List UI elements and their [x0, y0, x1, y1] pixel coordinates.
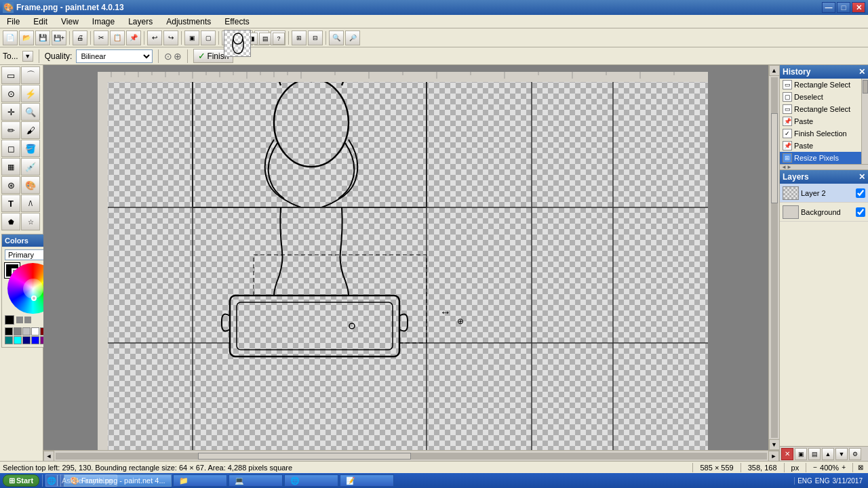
- zoom-in-small[interactable]: +: [842, 464, 846, 471]
- move-layer-down-button[interactable]: ▼: [835, 448, 848, 460]
- scroll-down-button[interactable]: ▼: [769, 439, 780, 450]
- layers-btn3[interactable]: ▤: [808, 448, 821, 460]
- line-tool[interactable]: /\: [21, 195, 40, 212]
- history-scroll-thumb[interactable]: [863, 80, 868, 94]
- layers-btn2[interactable]: ▣: [795, 448, 807, 460]
- clone-tool[interactable]: ⊛: [1, 176, 20, 194]
- taskbar-app5[interactable]: 📝: [340, 474, 394, 487]
- brush-tool[interactable]: 🖌: [21, 121, 40, 139]
- text-tool[interactable]: T: [1, 195, 20, 212]
- resize-button[interactable]: ⊞: [292, 30, 307, 45]
- zoom-out-small[interactable]: −: [813, 464, 817, 471]
- scroll-right-button[interactable]: ►: [768, 451, 779, 462]
- layer-item-background[interactable]: Background: [780, 203, 868, 222]
- flatten-button[interactable]: ⊟: [308, 30, 323, 45]
- color-picker-tool[interactable]: 💉: [21, 158, 40, 176]
- paste-button[interactable]: 📌: [126, 30, 141, 45]
- start-button[interactable]: ⊞ Start: [3, 474, 39, 487]
- palette-color[interactable]: [22, 336, 31, 344]
- canvas-svg[interactable]: ↔ ⊕: [98, 72, 708, 454]
- delete-layer-button[interactable]: ✕: [781, 448, 793, 460]
- recolor-tool[interactable]: 🎨: [21, 176, 40, 194]
- menu-edit[interactable]: Edit: [29, 16, 52, 28]
- shape-tool[interactable]: ⬟: [1, 213, 20, 230]
- v-scrollbar[interactable]: ▲ ▼: [768, 65, 779, 450]
- magic-wand-tool[interactable]: ⚡: [21, 85, 40, 102]
- history-item-paste2[interactable]: 📌 Paste: [780, 140, 861, 152]
- layer-item-layer2[interactable]: Layer 2: [780, 184, 868, 203]
- history-item-rect-select2[interactable]: ▭ Rectangle Select: [780, 103, 861, 115]
- menu-effects[interactable]: Effects: [220, 16, 253, 28]
- zoom-tool[interactable]: 🔍: [21, 103, 40, 121]
- palette-color[interactable]: [5, 336, 13, 344]
- menu-image[interactable]: Image: [88, 16, 119, 28]
- palette-color[interactable]: [31, 336, 39, 344]
- history-item-paste1[interactable]: 📌 Paste: [780, 115, 861, 127]
- print-button[interactable]: 🖨: [73, 30, 87, 45]
- quality-select[interactable]: Bilinear Nearest Neighbor Bicubic: [76, 49, 153, 63]
- layer-visibility-layer2[interactable]: [856, 188, 865, 198]
- cut-button[interactable]: ✂: [94, 30, 108, 45]
- lasso-tool[interactable]: ⌒: [21, 66, 40, 84]
- zoom-fit-button[interactable]: ⊠: [856, 464, 865, 471]
- zoom-out-button[interactable]: 🔎: [345, 30, 360, 45]
- h-scrollbar[interactable]: ◄ ►: [43, 450, 779, 461]
- open-button[interactable]: 📂: [19, 30, 34, 45]
- layer-properties-button[interactable]: ⚙: [849, 448, 861, 460]
- palette-color[interactable]: [14, 327, 22, 336]
- layers-close-button[interactable]: ✕: [859, 172, 865, 182]
- undo-button[interactable]: ↩: [147, 30, 162, 45]
- menu-file[interactable]: File: [3, 16, 24, 28]
- save-all-button[interactable]: 💾+: [52, 30, 66, 45]
- redo-button[interactable]: ↪: [163, 30, 178, 45]
- extra-btn3[interactable]: ▤: [259, 33, 271, 45]
- taskbar-app4[interactable]: 🌐: [284, 474, 338, 487]
- maximize-button[interactable]: □: [837, 2, 850, 13]
- extra-tool[interactable]: ☆: [21, 213, 40, 230]
- history-item-finish[interactable]: ✓ Finish Selection: [780, 127, 861, 140]
- canvas-area[interactable]: ↔ ⊕: [43, 65, 779, 461]
- move-layer-up-button[interactable]: ▲: [822, 448, 834, 460]
- palette-color[interactable]: [31, 327, 39, 336]
- v-scroll-thumb[interactable]: [771, 113, 778, 203]
- menu-adjustments[interactable]: Adjustments: [162, 16, 215, 28]
- save-button[interactable]: 💾: [35, 30, 50, 45]
- history-item-resize[interactable]: ⊞ Resize Pixels: [780, 152, 861, 164]
- scroll-left-button[interactable]: ◄: [43, 451, 54, 462]
- rectangle-select-tool[interactable]: ▭: [1, 66, 20, 84]
- select-all-button[interactable]: ▣: [184, 30, 199, 45]
- palette-color[interactable]: [22, 327, 31, 336]
- h-scroll-track[interactable]: [56, 453, 767, 460]
- palette-color-black[interactable]: [5, 327, 13, 336]
- menu-view[interactable]: View: [57, 16, 83, 28]
- pencil-tool[interactable]: ✏: [1, 121, 20, 139]
- new-button[interactable]: 📄: [3, 30, 18, 45]
- fill-tool[interactable]: 🪣: [21, 140, 40, 157]
- transparent-toggle[interactable]: [24, 317, 31, 323]
- taskbar-app2[interactable]: 📁: [173, 474, 227, 487]
- scroll-up-button[interactable]: ▲: [769, 65, 780, 76]
- menu-layers[interactable]: Layers: [124, 16, 157, 28]
- gradient-tool[interactable]: ▦: [1, 158, 20, 176]
- swap-colors[interactable]: [16, 317, 23, 323]
- tool-option-btn[interactable]: ▼: [22, 51, 33, 62]
- palette-color[interactable]: [14, 336, 22, 344]
- ellipse-select-tool[interactable]: ⊙: [1, 85, 20, 102]
- taskbar-app3[interactable]: 💻: [229, 474, 283, 487]
- history-item-rect-select1[interactable]: ▭ Rectangle Select: [780, 79, 861, 91]
- zoom-in-button[interactable]: 🔍: [329, 30, 344, 45]
- move-tool[interactable]: ✛: [1, 103, 20, 121]
- v-scroll-track[interactable]: [771, 77, 778, 438]
- taskbar-search-box[interactable]: Ask Ie anything: [57, 474, 117, 487]
- history-close-button[interactable]: ✕: [859, 67, 865, 77]
- copy-button[interactable]: 📋: [110, 30, 125, 45]
- h-scroll-thumb[interactable]: [198, 453, 412, 460]
- history-vscroll[interactable]: [861, 79, 868, 164]
- history-item-deselect[interactable]: ▢ Deselect: [780, 91, 861, 103]
- deselect-button[interactable]: ▢: [201, 30, 216, 45]
- minimize-button[interactable]: —: [822, 2, 835, 13]
- black-white-toggle[interactable]: [5, 315, 14, 325]
- eraser-tool[interactable]: ◻: [1, 140, 20, 157]
- extra-btn4[interactable]: ?: [273, 33, 285, 45]
- layer-visibility-background[interactable]: [856, 207, 865, 217]
